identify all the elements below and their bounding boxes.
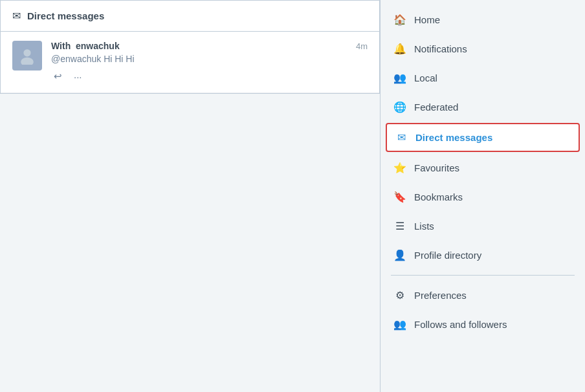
envelope-icon: ✉	[395, 131, 408, 144]
direct-messages-icon: ✉	[12, 10, 21, 22]
sidebar-item-notifications[interactable]: 🔔 Notifications	[381, 34, 585, 63]
message-actions: ↩ ···	[51, 69, 368, 83]
home-icon: 🏠	[393, 14, 406, 26]
sidebar-label-favourites: Favourites	[414, 162, 459, 173]
lists-icon: ☰	[393, 220, 406, 232]
sidebar-label-profile-directory: Profile directory	[414, 250, 481, 261]
message-top: With enwachuk 4m	[51, 41, 368, 51]
nav-divider	[391, 275, 575, 276]
sidebar-label-bookmarks: Bookmarks	[414, 191, 463, 202]
bookmark-icon: 🔖	[393, 191, 406, 203]
sidebar-item-bookmarks[interactable]: 🔖 Bookmarks	[381, 182, 585, 212]
message-time: 4m	[356, 41, 368, 51]
svg-point-0	[23, 49, 30, 56]
sidebar-label-federated: Federated	[414, 102, 458, 113]
message-list: With enwachuk 4m @enwachuk Hi Hi Hi ↩ ··…	[0, 32, 380, 94]
sidebar-item-local[interactable]: 👥 Local	[381, 63, 585, 93]
sidebar-item-follows-followers[interactable]: 👥 Follows and followers	[381, 310, 585, 339]
gear-icon: ⚙	[393, 289, 406, 301]
follows-icon: 👥	[393, 318, 406, 331]
sidebar: 🏠 Home 🔔 Notifications 👥 Local 🌐 Federat…	[381, 0, 585, 392]
main-panel: ✉ Direct messages With enwachuk 4m	[0, 0, 381, 392]
empty-area	[0, 94, 380, 392]
sidebar-item-direct-messages[interactable]: ✉ Direct messages	[386, 123, 580, 152]
reply-button[interactable]: ↩	[51, 69, 65, 83]
message-username: enwachuk	[76, 41, 120, 51]
sidebar-item-profile-directory[interactable]: 👤 Profile directory	[381, 241, 585, 270]
message-body: With enwachuk 4m @enwachuk Hi Hi Hi ↩ ··…	[51, 41, 368, 83]
sidebar-label-lists: Lists	[414, 221, 434, 232]
sidebar-label-local: Local	[414, 72, 437, 83]
sidebar-item-federated[interactable]: 🌐 Federated	[381, 93, 585, 122]
sidebar-item-preferences[interactable]: ⚙ Preferences	[381, 281, 585, 310]
sidebar-item-favourites[interactable]: ⭐ Favourites	[381, 153, 585, 182]
federated-icon: 🌐	[393, 101, 406, 113]
message-with: With enwachuk	[51, 41, 120, 51]
sidebar-label-preferences: Preferences	[414, 290, 467, 301]
bell-icon: 🔔	[393, 43, 406, 55]
profile-icon: 👤	[393, 249, 406, 261]
star-icon: ⭐	[393, 162, 406, 174]
message-preview: @enwachuk Hi Hi Hi	[51, 54, 368, 64]
avatar	[12, 41, 42, 71]
sidebar-item-lists[interactable]: ☰ Lists	[381, 212, 585, 241]
sidebar-label-notifications: Notifications	[414, 43, 467, 54]
message-item[interactable]: With enwachuk 4m @enwachuk Hi Hi Hi ↩ ··…	[1, 32, 379, 93]
more-button[interactable]: ···	[71, 69, 85, 83]
panel-header: ✉ Direct messages	[0, 0, 380, 32]
local-icon: 👥	[393, 72, 406, 84]
svg-point-1	[21, 58, 34, 65]
panel-title: Direct messages	[27, 10, 104, 21]
sidebar-label-follows-followers: Follows and followers	[414, 319, 507, 330]
sidebar-label-direct-messages: Direct messages	[415, 132, 492, 143]
sidebar-label-home: Home	[414, 14, 440, 25]
sidebar-item-home[interactable]: 🏠 Home	[381, 5, 585, 34]
